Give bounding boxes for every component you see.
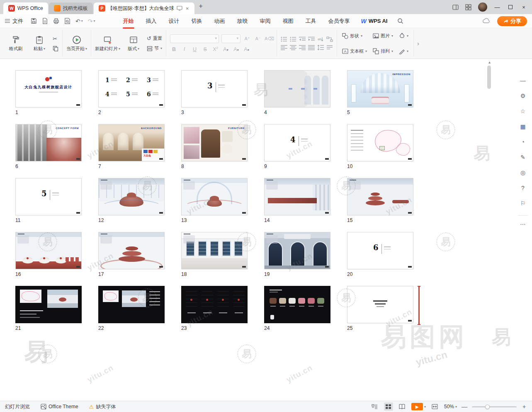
outline-color-button[interactable]: ▾ (399, 48, 408, 54)
text-effects-button[interactable]: A▾ (243, 46, 250, 52)
tab-member[interactable]: 会员专享 (328, 17, 350, 25)
font-color-button[interactable]: A▾ (222, 46, 230, 52)
settings-icon[interactable]: ⚙ (519, 93, 527, 99)
print-preview-icon[interactable] (64, 18, 70, 24)
slide-3-preview[interactable]: 3 (181, 70, 248, 107)
search-icon[interactable] (397, 18, 403, 24)
slide-10-preview[interactable] (347, 124, 413, 161)
picture-button[interactable]: 图片▾ (373, 33, 393, 39)
slide-thumbnail-6[interactable]: CONCEPT FORM6 (15, 124, 98, 178)
export-pdf-icon[interactable] (42, 18, 48, 24)
zoom-slider[interactable] (472, 404, 517, 410)
new-tab-button[interactable]: + (195, 2, 206, 12)
font-size-select[interactable] (221, 34, 240, 43)
copy-button[interactable] (53, 46, 58, 51)
fill-color-button[interactable]: ▾ (399, 33, 408, 39)
slide-sorter-view-button[interactable] (384, 402, 393, 411)
reset-slide-button[interactable]: ↺重置 (147, 35, 162, 41)
slide-thumbnail-4[interactable]: 4 (264, 70, 347, 124)
slide-thumbnail-5[interactable]: IMPRESSION5 (347, 70, 430, 124)
slide-5-preview[interactable]: IMPRESSION (347, 70, 413, 107)
more-tools-icon[interactable]: ⋯ (518, 215, 528, 227)
slide-thumbnail-1[interactable]: 大白兔九棵树旗舰店设计1 (15, 70, 98, 124)
target-icon[interactable]: ◎ (519, 169, 527, 176)
slide-thumbnail-12[interactable]: 12 (98, 178, 181, 232)
undo-button[interactable]: ↶▾ (75, 18, 83, 24)
justify-icon[interactable] (308, 45, 315, 50)
slide-thumbnail-7[interactable]: 大白兔BACKGROUND7 (98, 124, 181, 178)
cut-button[interactable]: ✂ (53, 36, 57, 42)
slide-14-preview[interactable] (264, 178, 330, 215)
slide-thumbnail-8[interactable]: FURNITURE8 (181, 124, 264, 178)
slide-thumbnail-19[interactable]: 19 (264, 232, 347, 286)
toolbar-expand-chevron[interactable]: › (414, 30, 423, 57)
minimize-button[interactable]: — (494, 4, 500, 10)
tab-review[interactable]: 审阅 (260, 17, 271, 25)
slide-2-preview[interactable]: 123456 (98, 70, 165, 107)
slide-thumbnail-2[interactable]: 1234562 (98, 70, 181, 124)
theme-button[interactable]: Office Theme (41, 404, 78, 410)
slide-13-preview[interactable] (181, 178, 248, 215)
section-button[interactable]: 节▾ (147, 45, 162, 51)
slide-12-preview[interactable] (98, 178, 165, 215)
slide-thumbnail-25[interactable]: 25 (347, 286, 430, 340)
line-spacing-icon[interactable] (317, 45, 324, 50)
play-options-caret[interactable]: ▾ (424, 405, 426, 409)
slide-layout-button[interactable]: 版式▾ (123, 35, 144, 52)
close-window-button[interactable]: × (520, 4, 527, 10)
tab-current-document[interactable]: P 【唯想国际·李想】大白兔全球 × (94, 2, 195, 14)
superscript-button[interactable]: X2 (211, 46, 219, 52)
slide-19-preview[interactable] (264, 232, 330, 269)
share-button[interactable]: 分享 (497, 16, 527, 26)
align-right-icon[interactable] (299, 45, 306, 50)
tab-home[interactable]: 开始 (123, 17, 134, 25)
slide-9-preview[interactable]: 4 (264, 124, 330, 161)
save-icon[interactable] (31, 18, 37, 24)
user-avatar[interactable] (478, 2, 487, 12)
zoom-slider-track[interactable] (472, 406, 517, 407)
zoom-level-dropdown[interactable]: 50%▾ (444, 404, 457, 410)
edit-icon[interactable]: ✎ (519, 154, 527, 161)
decrease-indent-icon[interactable] (299, 37, 306, 42)
slide-thumbnail-24[interactable]: 24 (264, 286, 347, 340)
text-direction-icon[interactable]: ab (317, 37, 324, 42)
tab-tools[interactable]: 工具 (305, 17, 317, 25)
redo-button[interactable]: ↷▾ (88, 18, 95, 24)
slide-11-preview[interactable]: 5 (15, 178, 82, 215)
cloud-sync-icon[interactable] (482, 18, 491, 24)
numbered-list-icon[interactable] (290, 37, 296, 42)
bold-button[interactable]: B (170, 46, 178, 52)
smartart-icon[interactable] (326, 37, 333, 42)
flag-icon[interactable]: ⚐ (519, 200, 527, 207)
slide-17-preview[interactable] (98, 232, 165, 269)
align-center-icon[interactable] (290, 45, 296, 50)
slide-thumbnail-17[interactable]: 17 (98, 232, 181, 286)
tab-transition[interactable]: 切换 (191, 17, 203, 25)
highlight-color-button[interactable]: A▾ (232, 46, 240, 52)
normal-view-button[interactable] (370, 402, 379, 411)
collapse-pane-icon[interactable]: — (519, 77, 527, 84)
slide-thumbnail-3[interactable]: 33 (181, 70, 264, 124)
zoom-slider-handle[interactable] (485, 405, 490, 409)
clear-format-icon[interactable]: A⌫ (265, 36, 273, 41)
wps-ai-button[interactable]: W WPS AI (361, 18, 388, 24)
start-from-current-page-button[interactable]: 当页开始▾ (66, 35, 87, 52)
slide-1-preview[interactable]: 大白兔九棵树旗舰店设计 (15, 70, 82, 107)
slide-thumbnail-14[interactable]: 14 (264, 178, 347, 232)
underline-button[interactable]: U (191, 46, 199, 52)
close-tab-icon[interactable]: × (185, 5, 190, 12)
favorites-icon[interactable]: ☆ (519, 108, 527, 115)
zoom-out-button[interactable]: — (462, 403, 467, 410)
font-family-select[interactable] (170, 34, 219, 43)
slide-thumbnail-15[interactable]: 15 (347, 178, 430, 232)
slide-sorter-canvas[interactable]: 大白兔九棵树旗舰店设计11234562334IMPRESSION5CONCEPT… (0, 59, 514, 401)
play-slideshow-button[interactable]: ▶ (411, 403, 423, 410)
slide-25-preview[interactable] (347, 286, 413, 323)
arrange-button[interactable]: 排列▾ (373, 48, 393, 54)
slide-4-preview[interactable] (264, 70, 330, 107)
slide-thumbnail-23[interactable]: 23 (181, 286, 264, 340)
split-screen-icon[interactable] (452, 4, 459, 10)
shapes-button[interactable]: 形状▾ (342, 33, 367, 39)
slide-15-preview[interactable] (347, 178, 413, 215)
apps-grid-icon[interactable] (465, 4, 471, 10)
